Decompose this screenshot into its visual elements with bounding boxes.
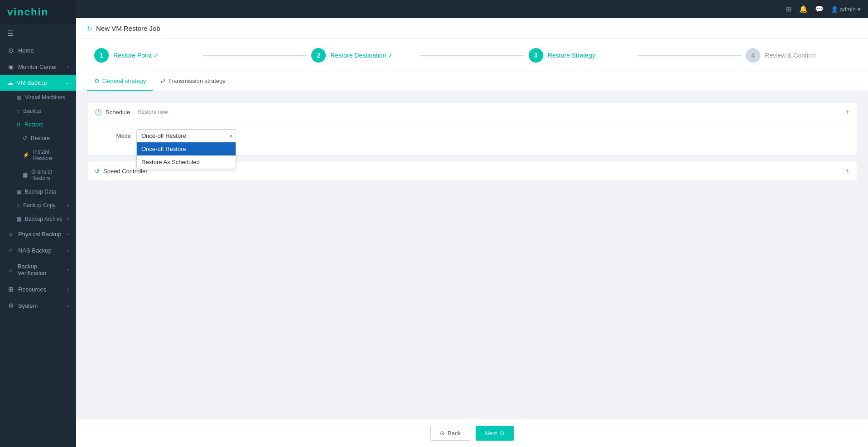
- schedule-sublabel: Restore now: [137, 109, 168, 115]
- resources-arrow-icon: ›: [68, 287, 69, 292]
- instant-restore-icon: ⚡: [23, 152, 29, 158]
- sidebar-item-nas-backup-label: NAS Backup: [18, 247, 52, 254]
- resources-icon: ⊞: [7, 286, 14, 293]
- sidebar-item-nas-backup[interactable]: ○ NAS Backup ›: [0, 242, 76, 258]
- step-2: 2 Restore Destination ✓: [311, 48, 415, 63]
- vm-backup-arrow-icon: ⌄: [65, 80, 69, 85]
- logo-text: vinchin: [7, 6, 48, 18]
- step-3-num: 3: [534, 52, 538, 59]
- sidebar-item-granular-restore-label: Granular Restore: [31, 169, 69, 181]
- chat-icon[interactable]: 💬: [815, 5, 824, 13]
- step-1-num: 1: [100, 52, 103, 59]
- sidebar-item-monitor-center[interactable]: ◉ Monitor Center ›: [0, 58, 76, 75]
- speed-controller-plus-icon[interactable]: +: [845, 167, 849, 175]
- sidebar-item-restore-sub-label: Restore: [31, 135, 50, 141]
- transmission-tab-icon: ⇄: [160, 78, 165, 84]
- mode-option-scheduled[interactable]: Restore As Scheduled: [137, 155, 236, 169]
- back-circle-icon: ⊙: [440, 430, 445, 437]
- next-label: Next: [485, 430, 497, 437]
- sidebar-item-backup[interactable]: ○ Backup: [0, 104, 76, 118]
- refresh-icon: ↻: [87, 25, 92, 32]
- sidebar-item-backup-verification[interactable]: ○ Backup Verification ›: [0, 258, 76, 281]
- next-button[interactable]: Next ⊙: [476, 426, 514, 441]
- mode-select-wrapper: Once-off Restore ▾ Once-off Restore Rest…: [136, 129, 236, 142]
- schedule-icon: 🕐: [95, 109, 102, 116]
- sidebar-item-backup-copy-label: Backup Copy: [23, 202, 55, 209]
- backup-icon: ○: [16, 108, 19, 114]
- sidebar-item-granular-restore[interactable]: ▦ Granular Restore: [0, 165, 76, 185]
- mode-option-once-off[interactable]: Once-off Restore: [137, 142, 236, 155]
- sidebar-item-physical-backup[interactable]: ○ Physical Backup ›: [0, 226, 76, 242]
- restore-icon: ↺: [16, 121, 21, 128]
- mode-select[interactable]: Once-off Restore ▾: [136, 129, 236, 142]
- main-area: ⊞ 🔔 💬 👤 admin ▾ ↻ New VM Restore Job 1 R…: [76, 0, 868, 447]
- form-area: 🕐 Schedule Restore now + Mode Once-off R…: [76, 91, 868, 198]
- step-3: 3 Restore Strategy: [529, 48, 633, 63]
- step-2-num: 2: [317, 52, 321, 59]
- sidebar-item-instant-restore[interactable]: ⚡ Instant Restore: [0, 145, 76, 165]
- logo-area: vinchin: [0, 0, 76, 24]
- sidebar-item-system-label: System: [18, 302, 38, 309]
- schedule-plus-icon[interactable]: +: [845, 108, 849, 116]
- backup-archive-arrow-icon: ›: [67, 216, 69, 222]
- sidebar-item-system[interactable]: ⚙ System ›: [0, 297, 76, 314]
- nas-backup-icon: ○: [7, 247, 14, 254]
- speed-controller-icon: ↺: [95, 168, 100, 175]
- backup-verification-arrow-icon: ›: [68, 267, 69, 272]
- bottom-bar: ⊙ Back Next ⊙: [76, 419, 868, 447]
- next-arrow-icon: ⊙: [500, 430, 505, 437]
- step-1-label: Restore Point ✓: [113, 52, 159, 59]
- step-connector-2: [420, 55, 524, 56]
- schedule-card: 🕐 Schedule Restore now + Mode Once-off R…: [87, 102, 857, 155]
- virtual-machines-icon: ▦: [16, 94, 21, 101]
- backup-data-icon: ▦: [16, 189, 21, 195]
- step-1-circle: 1: [94, 48, 109, 63]
- topbar: ⊞ 🔔 💬 👤 admin ▾: [76, 0, 868, 18]
- hamburger-button[interactable]: ☰: [0, 24, 76, 42]
- content-area: ↻ New VM Restore Job 1 Restore Point ✓ 2…: [76, 18, 868, 419]
- back-button[interactable]: ⊙ Back: [430, 426, 470, 441]
- sidebar-item-resources[interactable]: ⊞ Resources ›: [0, 281, 76, 297]
- mode-selected-value: Once-off Restore: [141, 132, 186, 139]
- sidebar-item-virtual-machines[interactable]: ▦ Virtual Machines: [0, 91, 76, 104]
- system-icon: ⚙: [7, 302, 14, 309]
- grid-icon[interactable]: ⊞: [786, 5, 792, 13]
- user-menu[interactable]: 👤 admin ▾: [831, 6, 861, 13]
- monitor-arrow-icon: ›: [68, 64, 69, 69]
- tab-general-strategy[interactable]: ⚙ General strategy: [87, 72, 153, 91]
- monitor-icon: ◉: [7, 63, 14, 70]
- bell-icon[interactable]: 🔔: [799, 5, 808, 13]
- sidebar-item-backup-archive-label: Backup Archive: [25, 216, 63, 222]
- sidebar-item-restore[interactable]: ↺ Restore: [0, 118, 76, 131]
- tab-area: ⚙ General strategy ⇄ Transmission strate…: [76, 72, 868, 91]
- step-4-circle: 4: [746, 48, 760, 63]
- sidebar-item-vm-backup-label: VM Backup: [17, 79, 47, 86]
- sidebar-item-restore-label: Restore: [24, 121, 43, 128]
- page-header: ↻ New VM Restore Job: [76, 18, 868, 39]
- sidebar-item-home[interactable]: ⊙ Home: [0, 42, 76, 58]
- home-icon: ⊙: [7, 47, 14, 54]
- schedule-label: Schedule: [106, 109, 130, 116]
- tab-transmission-strategy[interactable]: ⇄ Transmission strategy: [153, 72, 233, 91]
- backup-archive-icon: ▦: [16, 216, 21, 222]
- stepper: 1 Restore Point ✓ 2 Restore Destination …: [76, 39, 868, 72]
- sidebar-item-restore-sub[interactable]: ↺ Restore: [0, 131, 76, 145]
- sidebar-item-vm-backup[interactable]: ☁ VM Backup ⌄: [0, 75, 76, 91]
- step-1: 1 Restore Point ✓: [94, 48, 198, 63]
- general-tab-label: General strategy: [102, 78, 146, 84]
- nas-backup-arrow-icon: ›: [68, 248, 69, 253]
- back-label: Back: [448, 430, 461, 437]
- page-title: New VM Restore Job: [96, 24, 160, 32]
- schedule-card-header[interactable]: 🕐 Schedule Restore now +: [87, 102, 857, 122]
- sidebar-item-backup-copy[interactable]: ○ Backup Copy ›: [0, 199, 76, 212]
- step-2-label: Restore Destination ✓: [330, 52, 393, 59]
- sidebar-item-backup-archive[interactable]: ▦ Backup Archive ›: [0, 212, 76, 226]
- transmission-tab-label: Transmission strategy: [168, 78, 226, 84]
- system-arrow-icon: ›: [68, 303, 69, 308]
- sidebar-item-instant-restore-label: Instant Restore: [33, 149, 69, 161]
- mode-form-row: Mode Once-off Restore ▾ Once-off Restore…: [95, 129, 849, 142]
- user-label: admin: [840, 6, 856, 13]
- sidebar-item-backup-data[interactable]: ▦ Backup Data: [0, 185, 76, 199]
- step-2-circle: 2: [311, 48, 326, 63]
- user-arrow-icon: ▾: [858, 6, 861, 13]
